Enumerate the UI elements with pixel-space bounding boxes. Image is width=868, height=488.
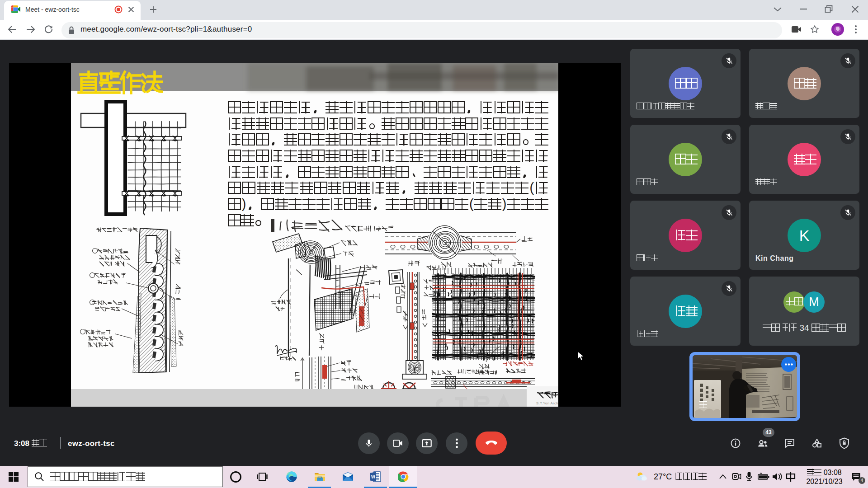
svg-text:S.T.Yen Architects: S.T.Yen Architects [536, 401, 558, 405]
